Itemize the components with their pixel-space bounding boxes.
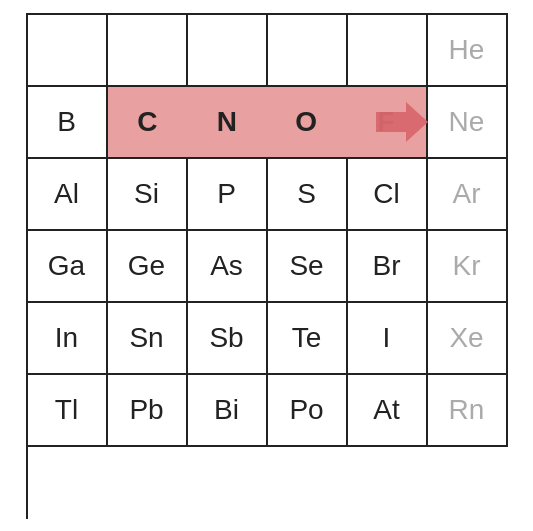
cell-Ne: Ne <box>428 87 508 159</box>
cell-I: I <box>348 303 428 375</box>
cell-Al: Al <box>28 159 108 231</box>
cell-Br: Br <box>348 231 428 303</box>
cell-Pb: Pb <box>108 375 188 447</box>
cell-Tl: Tl <box>28 375 108 447</box>
cell-empty-r1c5 <box>348 15 428 87</box>
cell-C: C <box>108 106 188 138</box>
cell-Se: Se <box>268 231 348 303</box>
cell-empty-r1c2 <box>108 15 188 87</box>
cell-Bi: Bi <box>188 375 268 447</box>
svg-marker-0 <box>376 102 428 142</box>
arrow-container: C N O F <box>108 87 428 159</box>
cell-Si: Si <box>108 159 188 231</box>
cell-N: N <box>187 106 267 138</box>
cell-Sn: Sn <box>108 303 188 375</box>
cell-Ge: Ge <box>108 231 188 303</box>
cell-He: He <box>428 15 508 87</box>
periodic-table: He B C N O F Ne Al Si P S Cl Ar Ga Ge <box>26 13 508 519</box>
cell-As: As <box>188 231 268 303</box>
cell-empty-r1c4 <box>268 15 348 87</box>
cell-S: S <box>268 159 348 231</box>
cell-Ar: Ar <box>428 159 508 231</box>
cell-empty-r1c1 <box>28 15 108 87</box>
cell-Po: Po <box>268 375 348 447</box>
cell-Cl: Cl <box>348 159 428 231</box>
direction-arrow <box>376 96 428 148</box>
cell-Rn: Rn <box>428 375 508 447</box>
cell-Sb: Sb <box>188 303 268 375</box>
cell-Kr: Kr <box>428 231 508 303</box>
cell-At: At <box>348 375 428 447</box>
cell-P: P <box>188 159 268 231</box>
cell-Te: Te <box>268 303 348 375</box>
cell-O: O <box>267 106 347 138</box>
cell-B: B <box>28 87 108 159</box>
cell-Ga: Ga <box>28 231 108 303</box>
cell-In: In <box>28 303 108 375</box>
cell-Xe: Xe <box>428 303 508 375</box>
cell-empty-r1c3 <box>188 15 268 87</box>
